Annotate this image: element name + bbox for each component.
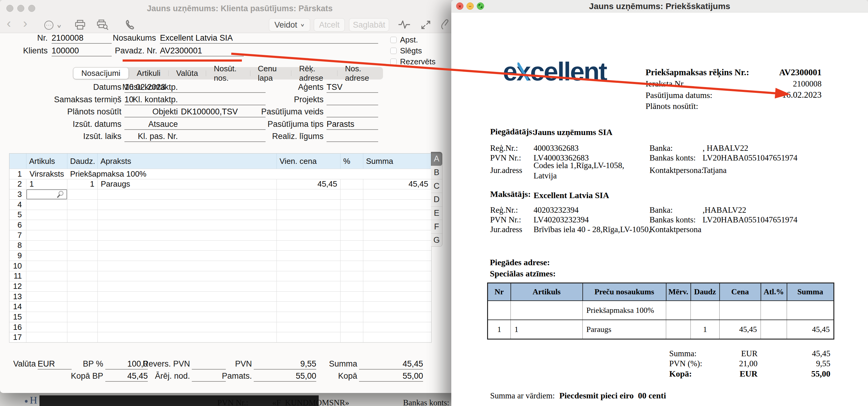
focused-cell[interactable] (26, 189, 67, 199)
field-input[interactable] (327, 94, 378, 105)
field-input[interactable] (327, 106, 378, 118)
grid-cell-apraksts[interactable] (97, 241, 277, 251)
grid-flip-tab-c[interactable]: C (431, 179, 442, 193)
grid-cell-apraksts[interactable] (97, 189, 277, 199)
grid-cell-vien-cena[interactable] (277, 302, 340, 312)
grid-cell-artikuls[interactable] (26, 210, 67, 220)
checkbox[interactable] (390, 48, 397, 54)
grid-row[interactable]: 8 (9, 240, 431, 251)
grid-cell-apraksts[interactable] (97, 312, 277, 322)
print-preview-icon[interactable] (96, 20, 108, 32)
grid-cell-apraksts[interactable] (97, 281, 277, 291)
grid-cell-pct[interactable] (340, 281, 363, 291)
grid-cell-apraksts[interactable] (97, 210, 277, 220)
grid-cell-apraksts[interactable] (97, 200, 277, 210)
tab-radrese[interactable]: Rēķ. adrese (291, 68, 337, 79)
grid-cell-artikuls[interactable] (26, 189, 67, 199)
grid-cell-pct[interactable] (340, 261, 363, 271)
grid-cell-pct[interactable] (340, 322, 363, 332)
grid-cell-daudz[interactable] (67, 332, 97, 342)
grid-row[interactable]: 15 (9, 312, 431, 322)
grid-cell-summa[interactable] (363, 302, 431, 312)
grid-row[interactable]: 7 (9, 230, 431, 240)
tab-valta[interactable]: Valūta (168, 68, 206, 79)
grid-cell-artikuls[interactable] (26, 241, 67, 251)
grid-cell-summa[interactable] (363, 291, 431, 302)
forward-icon[interactable]: › (23, 17, 27, 30)
tab-cenulapa[interactable]: Cenu lapa (250, 68, 291, 79)
grid-cell-pct[interactable] (340, 251, 363, 261)
grid-cell-artikuls[interactable] (26, 220, 67, 230)
grid-row[interactable]: 4 (9, 199, 431, 210)
field-input[interactable]: TSV (327, 82, 378, 93)
grid-cell-vien-cena[interactable] (277, 241, 340, 251)
grid-cell-summa[interactable] (363, 210, 431, 220)
grid-row[interactable]: 14 (9, 301, 431, 312)
tab-nostnos[interactable]: Nosūt. nos. (206, 68, 250, 79)
grid-cell-summa[interactable] (363, 281, 431, 291)
grid-cell-heading-type[interactable]: Virsraksts (26, 169, 67, 179)
grid-cell-artikuls[interactable] (26, 261, 67, 271)
grid-cell-vien-cena[interactable] (277, 261, 340, 271)
grid-row[interactable]: 10 (9, 261, 431, 271)
veidot-button[interactable]: Veidot ∨ (269, 18, 310, 32)
grid-cell-pct[interactable] (340, 291, 363, 302)
grid-cell-daudz[interactable] (67, 251, 97, 261)
grid-cell-daudz[interactable] (67, 291, 97, 302)
grid-cell-apraksts[interactable] (97, 261, 277, 271)
grid-row[interactable]: 12 (9, 281, 431, 291)
grid-cell-apraksts[interactable] (97, 322, 277, 332)
grid-cell-apraksts[interactable] (97, 230, 277, 240)
print-icon[interactable] (74, 20, 86, 32)
grid-cell-apraksts[interactable] (97, 291, 277, 302)
grid-cell-vien-cena[interactable]: 45,45 (277, 179, 340, 189)
grid-cell-heading-text[interactable]: Priekšapmaksa 100% (67, 169, 431, 179)
grid-cell-daudz[interactable] (67, 189, 97, 199)
grid-cell-pct[interactable] (340, 302, 363, 312)
grid-cell-daudz[interactable] (67, 230, 97, 240)
tab-nosadrese[interactable]: Nos. adrese (337, 68, 383, 79)
field-input[interactable]: Parasts (327, 119, 378, 130)
grid-row[interactable]: 17 (9, 332, 431, 342)
grid-cell-artikuls[interactable]: 1 (26, 179, 67, 189)
grid-cell-vien-cena[interactable] (277, 322, 340, 332)
grid-cell-artikuls[interactable] (26, 251, 67, 261)
checkbox[interactable] (390, 37, 397, 43)
grid-row[interactable]: 9 (9, 250, 431, 261)
grid-cell-summa[interactable] (363, 200, 431, 210)
grid-cell-summa[interactable] (363, 220, 431, 230)
grid-cell-summa[interactable] (363, 261, 431, 271)
grid-row[interactable]: 11 (9, 271, 431, 281)
grid-cell-vien-cena[interactable] (277, 230, 340, 240)
right-titlebar[interactable]: × − Jauns uzņēmums: Priekšskatijums (451, 0, 868, 12)
grid-cell-vien-cena[interactable] (277, 200, 340, 210)
grid-cell-pct[interactable] (340, 312, 363, 322)
grid-cell-daudz[interactable] (67, 200, 97, 210)
grid-cell-apraksts[interactable] (97, 302, 277, 312)
grid-cell-daudz[interactable] (67, 210, 97, 220)
grid-cell-daudz[interactable] (67, 241, 97, 251)
grid-cell-artikuls[interactable] (26, 281, 67, 291)
grid-cell-summa[interactable] (363, 189, 431, 199)
grid-row[interactable]: 3 (9, 189, 431, 199)
pavadz-field[interactable]: AV2300001 (160, 45, 244, 57)
grid-cell-vien-cena[interactable] (277, 210, 340, 220)
grid-cell-artikuls[interactable] (26, 322, 67, 332)
grid-cell-pct[interactable] (340, 241, 363, 251)
grid-cell-pct[interactable] (340, 200, 363, 210)
grid-cell-artikuls[interactable] (26, 332, 67, 342)
grid-cell-daudz[interactable] (67, 220, 97, 230)
grid-row[interactable]: 211Paraugs45,4545,45 (9, 179, 431, 189)
grid-cell-daudz[interactable] (67, 312, 97, 322)
grid-cell-apraksts[interactable] (97, 332, 277, 342)
grid-cell-artikuls[interactable] (26, 312, 67, 322)
grid-row[interactable]: 13 (9, 291, 431, 302)
grid-cell-daudz[interactable] (67, 271, 97, 281)
back-icon[interactable]: ‹ (7, 17, 11, 30)
grid-cell-apraksts[interactable] (97, 251, 277, 261)
grid-cell-pct[interactable] (340, 189, 363, 199)
grid-row[interactable]: 5 (9, 210, 431, 220)
more-actions-icon[interactable]: ··· (44, 21, 54, 30)
phone-icon[interactable] (124, 20, 135, 32)
grid-cell-vien-cena[interactable] (277, 281, 340, 291)
